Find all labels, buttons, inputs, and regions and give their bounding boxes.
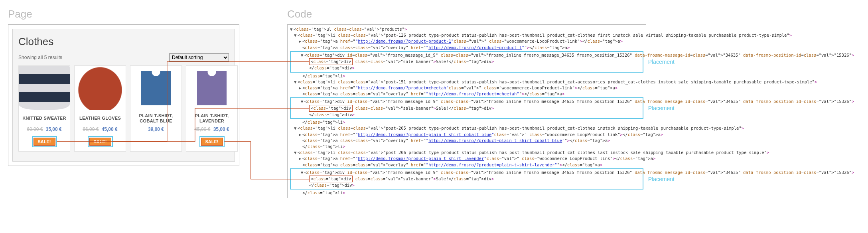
shop-toolbar: Showing all 5 results Default sorting: [18, 53, 229, 61]
placement-label: Placement: [648, 104, 675, 112]
sale-placement: SALE!: [199, 136, 225, 147]
product-title: PLAIN T-SHIRT, LAVENDER: [186, 113, 237, 124]
code-line: </class="tag">li>: [290, 190, 643, 196]
code-line: ▶<class="tag">a href=""http://demo.frosm…: [290, 132, 643, 138]
code-line: <class="tag">div class=class="val">"sale…: [292, 58, 641, 65]
product-image: [75, 66, 126, 110]
price: 45,00 € 35,00 €: [194, 126, 229, 132]
product-card[interactable]: LEATHER GLOVES 66,00 € 45,00 € SALE!: [74, 65, 126, 152]
code-line: ▶<class="tag">a href=""http://demo.frosm…: [290, 156, 643, 162]
product-image: [130, 66, 181, 110]
code-line: </class="tag">div>: [292, 182, 641, 188]
code-line: ▼<class="tag">ul class=class="val">"prod…: [290, 26, 643, 32]
placement-highlight: Placement▼<class="tag">div id=class="val…: [290, 51, 643, 73]
price-old: 60,00 €: [27, 126, 43, 132]
product-card[interactable]: KNITTED SWEATER 60,00 € 35,00 € SALE!: [18, 65, 70, 152]
code-line: <class="tag">a class=class="val">"overla…: [290, 162, 643, 168]
code-line: ▼<class="tag">li class=class="val">"post…: [290, 79, 643, 85]
price-old: 45,00 €: [194, 126, 210, 132]
sale-div-highlight: <class="tag">div: [309, 176, 353, 182]
product-title: PLAIN T-SHIRT, COBALT BLUE: [130, 113, 181, 124]
price: 39,00 €: [148, 126, 164, 132]
product-grid: KNITTED SWEATER 60,00 € 35,00 € SALE! LE…: [18, 65, 229, 152]
code-header: Code: [287, 8, 646, 20]
page-header: Page: [8, 8, 239, 20]
code-line: </class="tag">li>: [290, 73, 643, 79]
placement-highlight: Placement▼<class="tag">div id=class="val…: [290, 168, 643, 190]
code-line: ▼<class="tag">li class=class="val">"post…: [290, 32, 643, 38]
code-line: </class="tag">div>: [292, 112, 641, 118]
shop-title: Clothes: [18, 36, 229, 48]
code-line: ▼<class="tag">div id=class="val">"frosmo…: [292, 99, 641, 105]
price-new: 35,00 €: [46, 126, 62, 132]
code-line: ▼<class="tag">li class=class="val">"post…: [290, 125, 643, 131]
product-title: KNITTED SWEATER: [20, 113, 68, 124]
product-title: LEATHER GLOVES: [77, 113, 123, 124]
price-new: 35,00 €: [213, 126, 229, 132]
code-line: </class="tag">div>: [292, 65, 641, 71]
code-line: <class="tag">a class=class="val">"overla…: [290, 138, 643, 144]
code-line: ▶<class="tag">a href=""http://demo.frosm…: [290, 38, 643, 44]
price-new: 45,00 €: [102, 126, 118, 132]
product-card[interactable]: PLAIN T-SHIRT, COBALT BLUE 39,00 €: [130, 65, 182, 152]
code-line: ▶<class="tag">a href=""http://demo.frosm…: [290, 85, 643, 91]
code-line: ▼<class="tag">li class=class="val">"post…: [290, 150, 643, 156]
placement-label: Placement: [648, 58, 675, 66]
product-image: [186, 66, 237, 110]
placement-highlight: Placement▼<class="tag">div id=class="val…: [290, 97, 643, 119]
code-line: <class="tag">div class=class="val">"sale…: [292, 176, 641, 182]
sort-select[interactable]: Default sorting: [169, 53, 229, 61]
code-line: ▼<class="tag">div id=class="val">"frosmo…: [292, 170, 641, 176]
code-line: <class="tag">a class=class="val">"overla…: [290, 45, 643, 51]
price: 60,00 € 35,00 €: [27, 126, 61, 132]
code-panel: ▼<class="tag">ul class=class="val">"prod…: [287, 24, 646, 198]
placement-label: Placement: [648, 175, 675, 183]
page-panel: Clothes Showing all 5 results Default so…: [8, 24, 239, 166]
sale-banner: SALE!: [34, 138, 55, 146]
code-line: ▼<class="tag">div id=class="val">"frosmo…: [292, 52, 641, 58]
sale-div-highlight: <class="tag">div: [309, 58, 353, 65]
sale-banner: SALE!: [201, 138, 223, 146]
code-line: <class="tag">a class=class="val">"overla…: [290, 91, 643, 97]
code-line: <class="tag">div class=class="val">"sale…: [292, 105, 641, 112]
product-card[interactable]: PLAIN T-SHIRT, LAVENDER 45,00 € 35,00 € …: [186, 65, 238, 152]
code-line: </class="tag">li>: [290, 119, 643, 125]
sale-banner: SALE!: [89, 138, 111, 146]
shop-area: Clothes Showing all 5 results Default so…: [12, 29, 235, 162]
sale-placement: SALE!: [32, 136, 57, 147]
sale-placement: SALE!: [88, 136, 113, 147]
code-line: </class="tag">li>: [290, 144, 643, 150]
price: 66,00 € 45,00 €: [83, 126, 117, 132]
product-image: [19, 66, 70, 110]
price-regular: 39,00 €: [148, 126, 164, 132]
sale-div-highlight: <class="tag">div: [309, 105, 353, 112]
price-old: 66,00 €: [83, 126, 99, 132]
results-text: Showing all 5 results: [18, 55, 62, 60]
